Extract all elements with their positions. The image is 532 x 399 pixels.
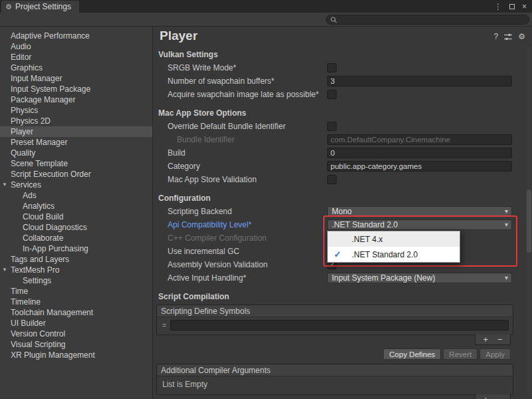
sidebar-item-label: Ads (23, 191, 37, 200)
sidebar-item-analytics[interactable]: Analytics (0, 201, 152, 211)
sidebar-item-toolchain-management[interactable]: Toolchain Management (0, 307, 152, 318)
sidebar-item-label: Visual Scripting (11, 340, 66, 349)
sidebar-item-physics-2d[interactable]: Physics 2D (0, 116, 152, 126)
sidebar-item-label: Quality (11, 148, 35, 158)
foldout-arrow-icon[interactable]: ▼ (2, 182, 7, 188)
sidebar-item-tags-and-layers[interactable]: Tags and Layers (0, 254, 152, 265)
scrollbar-thumb[interactable] (527, 190, 531, 253)
sidebar-item-settings[interactable]: Settings (0, 275, 152, 286)
sidebar-item-label: Scene Template (11, 159, 68, 168)
row-configuration: Configuration (153, 192, 532, 205)
apply-button[interactable]: Apply (479, 348, 511, 360)
sidebar-item-textmesh-pro[interactable]: ▼TextMesh Pro (0, 265, 152, 275)
sidebar-item-timeline[interactable]: Timeline (0, 297, 152, 307)
sidebar-item-label: Preset Manager (11, 138, 67, 147)
sidebar-item-label: Settings (23, 276, 51, 285)
sidebar-item-services[interactable]: ▼Services (0, 180, 152, 190)
sidebar-item-cloud-diagnostics[interactable]: Cloud Diagnostics (0, 222, 152, 233)
sidebar-item-audio[interactable]: Audio (0, 41, 152, 52)
toolbar (0, 13, 532, 27)
row-override-default-bundle-identifier: Override Default Bundle Identifier (153, 120, 532, 133)
checkbox-mac-app-store-validation[interactable] (327, 175, 336, 184)
add-button[interactable]: + (483, 335, 488, 344)
row-bundle-identifier: Bundle Identifier (153, 133, 532, 146)
sidebar-item-physics[interactable]: Physics (0, 105, 152, 116)
compiler-arguments-footer: + − (153, 395, 532, 399)
field-label: Number of swapchain buffers* (168, 76, 327, 86)
window-maximize-icon[interactable] (509, 4, 515, 9)
sidebar-item-package-manager[interactable]: Package Manager (0, 94, 152, 105)
sidebar-item-time[interactable]: Time (0, 286, 152, 297)
sidebar-item-ui-builder[interactable]: UI Builder (0, 318, 152, 329)
search-input[interactable] (340, 15, 525, 24)
sidebar-item-scene-template[interactable]: Scene Template (0, 158, 152, 169)
sidebar-item-label: Adaptive Performance (11, 31, 90, 41)
settings-gear-icon[interactable]: ⚙ (518, 33, 525, 41)
sidebar-item-ads[interactable]: Ads (0, 190, 152, 201)
dropdown-scripting-backend[interactable]: Mono▾ (327, 206, 512, 217)
sidebar-item-label: Toolchain Management (11, 308, 93, 317)
menu-item-net-4x[interactable]: .NET 4.x (328, 231, 460, 247)
copy-defines-button[interactable]: Copy Defines (383, 348, 441, 360)
field-value (327, 148, 512, 158)
field-value (327, 76, 512, 86)
search-icon (331, 17, 337, 23)
input-category[interactable] (327, 161, 512, 172)
checkbox-acquire-swapchain-image-late-as-possible[interactable] (327, 90, 336, 99)
checkbox-override-default-bundle-identifier[interactable] (327, 122, 336, 131)
sidebar-item-input-system-package[interactable]: Input System Package (0, 84, 152, 94)
sidebar-item-editor[interactable]: Editor (0, 52, 152, 63)
sidebar-item-label: Script Execution Order (11, 170, 91, 179)
sidebar-item-input-manager[interactable]: Input Manager (0, 73, 152, 84)
input-number-of-swapchain-buffers[interactable] (327, 76, 512, 86)
tab-project-settings[interactable]: ⚙ Project Settings (1, 1, 79, 13)
sidebar-item-xr-plugin-management[interactable]: XR Plugin Management (0, 350, 152, 360)
menu-item-label: .NET 4.x (352, 235, 382, 244)
window-body: Adaptive PerformanceAudioEditorGraphicsI… (0, 27, 532, 399)
sidebar-item-preset-manager[interactable]: Preset Manager (0, 137, 152, 148)
field-label: Configuration (158, 194, 211, 203)
sidebar-item-graphics[interactable]: Graphics (0, 63, 152, 73)
foldout-arrow-icon[interactable]: ▼ (2, 267, 7, 273)
sidebar-item-script-execution-order[interactable]: Script Execution Order (0, 169, 152, 180)
help-icon[interactable]: ? (494, 33, 499, 41)
window-menu-icon[interactable]: ⋮ (494, 2, 502, 11)
dropdown-active-input-handling[interactable]: Input System Package (New)▾ (327, 273, 512, 283)
remove-button[interactable]: − (497, 335, 503, 344)
sidebar-item-collaborate[interactable]: Collaborate (0, 233, 152, 243)
add-button[interactable]: + (483, 395, 488, 399)
dropdown-value: Input System Package (New) (332, 273, 435, 283)
input-build[interactable] (327, 148, 512, 158)
sidebar-item-label: Cloud Diagnostics (23, 223, 87, 232)
checkbox-srgb-write-mode[interactable] (327, 63, 336, 72)
revert-button[interactable]: Revert (443, 348, 477, 360)
sidebar-item-label: Physics 2D (11, 116, 51, 126)
row-vulkan-settings: Vulkan Settings (153, 48, 532, 61)
row-acquire-swapchain-image-late-as-possible: Acquire swapchain image late as possible… (153, 88, 532, 101)
sidebar-item-label: Cloud Build (23, 212, 63, 221)
remove-button[interactable]: − (497, 395, 503, 399)
field-label: Assembly Version Validation (168, 260, 327, 269)
sidebar-item-player[interactable]: Player (0, 126, 152, 137)
preset-sliders-icon[interactable] (504, 33, 512, 41)
sidebar-item-quality[interactable]: Quality (0, 148, 152, 158)
sidebar-item-label: Timeline (11, 297, 41, 307)
sidebar-item-adaptive-performance[interactable]: Adaptive Performance (0, 31, 152, 41)
chevron-down-icon: ▾ (505, 221, 508, 228)
search-box[interactable] (326, 15, 529, 25)
sidebar-item-label: XR Plugin Management (11, 350, 95, 360)
sidebar-item-label: Physics (11, 106, 38, 115)
menu-item-net-standard-2-0[interactable]: ✓ .NET Standard 2.0 (328, 247, 460, 262)
define-symbol-input[interactable] (170, 320, 509, 331)
vertical-scrollbar[interactable] (527, 47, 531, 396)
title-icons: ? ⚙ (494, 33, 525, 41)
define-symbols-buttons: Copy Defines Revert Apply (153, 345, 532, 360)
dropdown-api-compatibility-level[interactable]: .NET Standard 2.0▾ (327, 219, 512, 230)
drag-handle-icon[interactable]: = (161, 321, 168, 329)
window-close-icon[interactable]: × (522, 2, 527, 11)
sidebar-item-cloud-build[interactable]: Cloud Build (0, 211, 152, 222)
sidebar-item-in-app-purchasing[interactable]: In-App Purchasing (0, 243, 152, 254)
sidebar-item-version-control[interactable]: Version Control (0, 329, 152, 339)
sidebar-item-visual-scripting[interactable]: Visual Scripting (0, 339, 152, 350)
scripting-define-symbols-header: Scripting Define Symbols (157, 305, 513, 317)
